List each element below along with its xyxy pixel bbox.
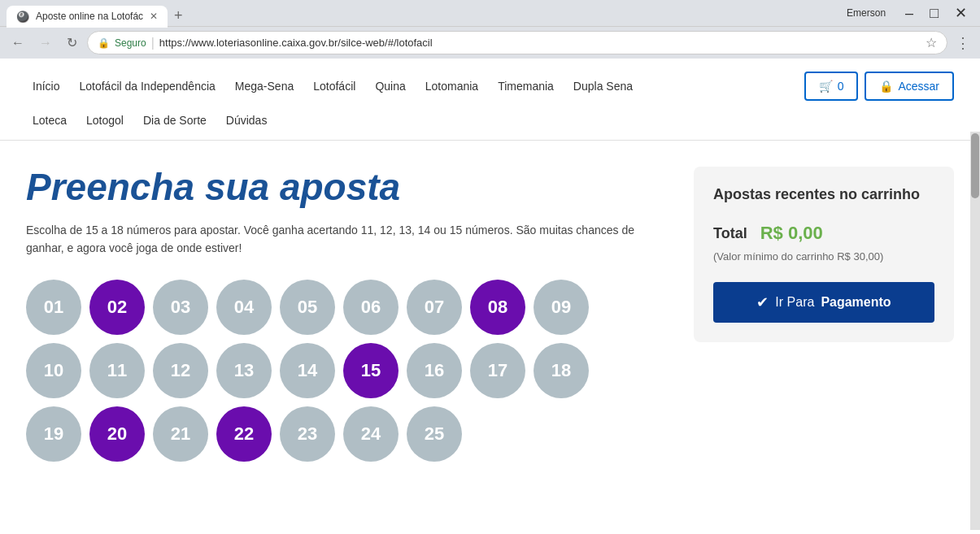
nav-actions: 🛒 0 🔒 Acessar <box>804 72 954 101</box>
tab-title: Aposte online na Lotofác <box>36 11 143 22</box>
acessar-label: Acessar <box>898 80 939 93</box>
ball-04[interactable]: 04 <box>216 280 272 335</box>
tab-close-button[interactable]: ✕ <box>150 11 158 22</box>
min-cart-note: (Valor mínimo do carrinho R$ 30,00) <box>713 250 934 263</box>
browser-window: 🎱 Aposte online na Lotofác ✕ + Emerson –… <box>0 0 980 530</box>
ball-25[interactable]: 25 <box>407 406 462 462</box>
ball-03[interactable]: 03 <box>153 280 208 335</box>
nav-duvidas[interactable]: Dúvidas <box>220 111 274 130</box>
url-bar[interactable]: https://www.loteriasonline.caixa.gov.br/… <box>159 37 921 49</box>
nav-mega-sena[interactable]: Mega-Sena <box>229 76 300 96</box>
cart-button[interactable]: 🛒 0 <box>804 72 859 101</box>
nav-lotomania[interactable]: Lotomania <box>419 76 485 96</box>
ball-09[interactable]: 09 <box>534 280 589 335</box>
page-title: Preencha sua aposta <box>26 167 668 208</box>
ball-24[interactable]: 24 <box>343 406 399 462</box>
separator: | <box>151 36 155 50</box>
ball-23[interactable]: 23 <box>280 406 335 462</box>
nav-dia-de-sorte[interactable]: Dia de Sorte <box>137 111 213 130</box>
address-bar-row: ← → ↻ 🔒 Seguro | https://www.loteriasonl… <box>0 26 980 59</box>
ball-14[interactable]: 14 <box>280 343 335 398</box>
ball-02[interactable]: 02 <box>89 280 145 335</box>
ball-01[interactable]: 01 <box>26 280 81 335</box>
browser-menu-button[interactable]: ⋮ <box>952 31 973 55</box>
active-tab[interactable]: 🎱 Aposte online na Lotofác ✕ <box>7 6 168 28</box>
nav-dupla-sena[interactable]: Dupla Sena <box>567 76 639 96</box>
ball-07[interactable]: 07 <box>407 280 462 335</box>
acessar-button[interactable]: 🔒 Acessar <box>865 72 954 101</box>
cart-count: 0 <box>838 80 844 93</box>
pay-button-text-normal: Ir Para <box>775 295 814 310</box>
title-bar: 🎱 Aposte online na Lotofác ✕ + Emerson –… <box>0 0 980 26</box>
description: Escolha de 15 a 18 números para apostar.… <box>26 221 668 258</box>
minimize-button[interactable]: – <box>899 2 920 24</box>
nav-timemania[interactable]: Timemania <box>491 76 560 96</box>
back-button[interactable]: ← <box>7 33 29 54</box>
nav-quina[interactable]: Quina <box>368 76 412 96</box>
cart-icon: 🛒 <box>819 80 833 93</box>
nav-lotofacil[interactable]: Lotofácil <box>307 76 362 96</box>
nav-loteca[interactable]: Loteca <box>26 111 73 130</box>
nav-lotofacil-independencia[interactable]: Lotofácil da Independência <box>72 76 221 96</box>
nav-bar: Início Lotofácil da Independência Mega-S… <box>0 59 980 141</box>
ball-12[interactable]: 12 <box>153 343 208 398</box>
page-content: Início Lotofácil da Independência Mega-S… <box>0 59 980 530</box>
nav-bottom-row: Loteca Lotogol Dia de Sorte Dúvidas <box>26 111 954 140</box>
lock-acessar-icon: 🔒 <box>879 80 893 93</box>
balls-grid: 0102030405060708091011121314151617181920… <box>26 280 644 462</box>
ball-19[interactable]: 19 <box>26 406 81 462</box>
tab-area: 🎱 Aposte online na Lotofác ✕ + <box>7 0 840 28</box>
forward-button[interactable]: → <box>34 33 57 54</box>
user-display-name: Emerson <box>847 7 886 19</box>
cart-panel-title: Apostas recentes no carrinho <box>713 186 934 203</box>
scrollbar[interactable] <box>970 132 980 530</box>
lock-icon: 🔒 <box>98 37 110 49</box>
ball-18[interactable]: 18 <box>534 343 589 398</box>
total-value: R$ 0,00 <box>760 223 823 244</box>
window-controls: – □ ✕ <box>899 2 973 24</box>
main-area: Preencha sua aposta Escolha de 15 a 18 n… <box>0 141 980 462</box>
nav-lotogol[interactable]: Lotogol <box>80 111 130 130</box>
ball-17[interactable]: 17 <box>470 343 525 398</box>
pay-button-text-bold: Pagamento <box>821 295 891 310</box>
ball-11[interactable]: 11 <box>89 343 145 398</box>
ball-16[interactable]: 16 <box>407 343 462 398</box>
bookmark-button[interactable]: ☆ <box>926 35 937 50</box>
ball-22[interactable]: 22 <box>216 406 272 462</box>
ball-08[interactable]: 08 <box>470 280 525 335</box>
ball-21[interactable]: 21 <box>153 406 208 462</box>
total-label: Total <box>713 225 747 242</box>
seguro-label: Seguro <box>115 37 146 49</box>
ball-20[interactable]: 20 <box>89 406 145 462</box>
address-container: 🔒 Seguro | https://www.loteriasonline.ca… <box>87 31 947 54</box>
check-icon: ✔ <box>756 293 769 311</box>
new-tab-button[interactable]: + <box>168 4 189 28</box>
ball-15[interactable]: 15 <box>343 343 399 398</box>
scrollbar-thumb[interactable] <box>971 133 979 198</box>
ball-05[interactable]: 05 <box>280 280 335 335</box>
tab-favicon: 🎱 <box>16 11 29 23</box>
total-row: Total R$ 0,00 <box>713 223 934 244</box>
ball-13[interactable]: 13 <box>216 343 272 398</box>
ball-10[interactable]: 10 <box>26 343 81 398</box>
left-panel: Preencha sua aposta Escolha de 15 a 18 n… <box>26 167 668 462</box>
reload-button[interactable]: ↻ <box>62 32 82 54</box>
pay-button[interactable]: ✔ Ir Para Pagamento <box>713 282 934 323</box>
close-window-button[interactable]: ✕ <box>948 2 973 24</box>
maximize-button[interactable]: □ <box>923 2 945 24</box>
nav-inicio[interactable]: Início <box>26 76 66 96</box>
ball-06[interactable]: 06 <box>343 280 399 335</box>
cart-panel: Apostas recentes no carrinho Total R$ 0,… <box>694 167 954 342</box>
nav-top-row: Início Lotofácil da Independência Mega-S… <box>26 59 954 111</box>
